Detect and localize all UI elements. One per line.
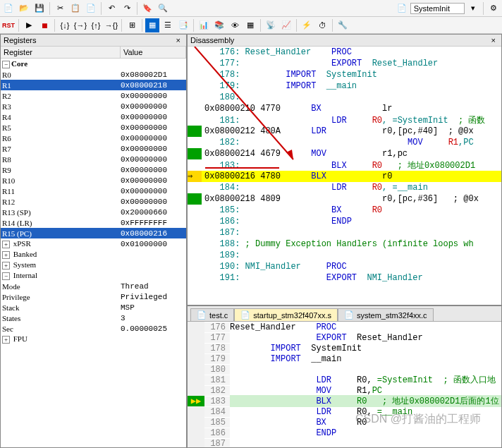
disasm-line[interactable]: 179: IMPORT __main <box>188 80 501 92</box>
register-row[interactable]: R14 (LR)0xFFFFFFFF <box>1 217 186 228</box>
disasm-icon[interactable]: ☰ <box>161 18 175 32</box>
register-row[interactable]: Sec0.00000025 <box>1 323 186 334</box>
cut-icon[interactable]: ✂ <box>53 1 67 16</box>
disasm-line[interactable]: 0x08000212 480A LDR r0,[pc,#40] ; @0x <box>188 126 501 137</box>
step-out-icon[interactable]: {↑} <box>89 18 103 32</box>
paste-icon[interactable]: 📄 <box>84 1 98 16</box>
register-row[interactable]: R70x00000000 <box>1 143 186 154</box>
tab-system[interactable]: 📄system_stm32f4xx.c <box>338 308 434 321</box>
source-line[interactable]: 182 MOV R1,PC <box>188 385 501 396</box>
register-row[interactable]: R90x00000000 <box>1 164 186 175</box>
source-body[interactable]: 176Reset_Handler PROC177 EXPORT Reset_Ha… <box>188 322 501 447</box>
internal-node[interactable]: − Internal <box>1 270 186 281</box>
expander-icon[interactable]: + <box>2 241 10 248</box>
find-icon[interactable]: 🔍 <box>156 1 170 16</box>
config-icon[interactable]: ⚙ <box>486 1 501 16</box>
source-line[interactable]: 178 IMPORT SystemInit <box>188 343 501 353</box>
register-row[interactable]: R110x00000000 <box>1 186 186 196</box>
sys-icon[interactable]: ⚡ <box>300 18 314 32</box>
disasm-line[interactable]: 188: ; Dummy Exception Handlers (infinit… <box>188 238 501 250</box>
tools-icon[interactable]: 🔧 <box>336 18 350 32</box>
disasm-line[interactable]: 183: BLX R0 ; 地址0x080002D1 <box>188 159 501 171</box>
memory-icon[interactable]: ▦ <box>243 18 257 32</box>
register-row[interactable]: R120x00000000 <box>1 196 186 207</box>
register-row[interactable]: R80x00000000 <box>1 154 186 164</box>
source-line[interactable]: 186 ENDP <box>188 428 501 438</box>
open-icon[interactable]: 📂 <box>17 1 31 16</box>
analyzer-icon[interactable]: 📈 <box>279 18 293 32</box>
col-register[interactable]: Register <box>1 47 121 58</box>
stop-icon[interactable]: ⏹ <box>37 18 51 32</box>
register-row[interactable]: R60x00000000 <box>1 133 186 143</box>
disasm-line[interactable]: 184: LDR R0, =__main <box>188 182 501 193</box>
redo-icon[interactable]: ↷ <box>120 1 134 16</box>
register-row[interactable]: R100x00000000 <box>1 175 186 186</box>
save-icon[interactable]: 💾 <box>32 1 47 16</box>
expander-icon[interactable]: − <box>2 272 10 280</box>
registers-tree[interactable]: −CoreR00x080002D1R10x08000218R20x0000000… <box>1 59 186 447</box>
callstack-icon[interactable]: 📚 <box>212 18 226 32</box>
source-line[interactable]: 187 <box>188 438 501 447</box>
run-to-icon[interactable]: →{} <box>104 18 118 32</box>
disasm-line[interactable]: 178: IMPORT SystemInit <box>188 69 501 80</box>
undo-icon[interactable]: ↶ <box>104 1 118 16</box>
combo-systeminit[interactable]: SystemInit <box>410 3 465 14</box>
source-line[interactable]: ▶▶183 BLX R0 ; 地址0x080002D1后面的1位 <box>188 396 501 406</box>
expander-icon[interactable]: − <box>2 61 10 68</box>
banked-node[interactable]: + Banked <box>1 249 186 260</box>
disasm-line[interactable]: 189: <box>188 250 501 261</box>
core-node[interactable]: Core <box>11 59 27 68</box>
register-row[interactable]: ModeThread <box>1 281 186 291</box>
doc-icon[interactable]: 📄 <box>395 1 409 16</box>
source-line[interactable]: 180 <box>188 364 501 375</box>
register-row[interactable]: R15 (PC)0x08000216 <box>1 228 186 238</box>
new-icon[interactable]: 📄 <box>1 1 16 16</box>
register-row[interactable]: StackMSP <box>1 302 186 313</box>
bookmark-icon[interactable]: 🔖 <box>140 1 154 16</box>
disasm-line[interactable]: 0x08000218 4809 r0,[pc,#36] ; @0x <box>188 193 501 205</box>
register-row[interactable]: States3 <box>1 313 186 323</box>
register-row[interactable]: R10x08000218 <box>1 80 186 90</box>
source-line[interactable]: 185 BX R0 <box>188 417 501 428</box>
source-line[interactable]: 177 EXPORT Reset_Handler <box>188 332 501 343</box>
disasm-line[interactable]: 0x08000210 4770 BX lr <box>188 103 501 114</box>
trace-icon[interactable]: ⏱ <box>315 18 329 32</box>
disasm-line[interactable]: 187: <box>188 227 501 238</box>
disasm-line[interactable]: 182: MOV R1,PC <box>188 137 501 148</box>
source-line[interactable]: 181 LDR R0, =SystemInit ; 函数入口地 <box>188 375 501 385</box>
register-row[interactable]: R50x00000000 <box>1 122 186 133</box>
register-row[interactable]: R13 (SP)0x20000660 <box>1 207 186 217</box>
register-row[interactable]: + xPSR0x01000000 <box>1 238 186 249</box>
copy-icon[interactable]: 📋 <box>68 1 82 16</box>
fpu-node[interactable]: + FPU <box>1 334 186 344</box>
close-icon[interactable]: × <box>489 36 498 44</box>
disassembly-body[interactable]: 176: Reset_Handler PROC 177: EXPORT Rese… <box>188 47 501 305</box>
register-row[interactable]: PrivilegePrivileged <box>1 291 186 302</box>
window-icon[interactable]: ⊞ <box>125 18 139 32</box>
step-over-icon[interactable]: {→} <box>73 18 87 32</box>
dropdown-icon[interactable]: ▾ <box>466 1 480 16</box>
disasm-line[interactable]: ⇒0x08000216 4780 BLX r0 <box>188 171 501 182</box>
watch-icon[interactable]: 👁 <box>228 18 242 32</box>
step-in-icon[interactable]: {↓} <box>58 18 72 32</box>
expander-icon[interactable]: + <box>2 251 10 259</box>
tab-test-c[interactable]: 📄test.c <box>190 308 234 321</box>
disasm-line[interactable]: 176: Reset_Handler PROC <box>188 47 501 58</box>
disasm-line[interactable]: 0x08000214 4679 MOV r1,pc <box>188 148 501 159</box>
register-row[interactable]: R20x00000000 <box>1 90 186 101</box>
expander-icon[interactable]: + <box>2 262 10 270</box>
disasm-line[interactable]: 190: NMI_Handler PROC <box>188 261 501 272</box>
run-icon[interactable]: ▶ <box>22 18 36 32</box>
expander-icon[interactable]: + <box>2 336 10 344</box>
registers-icon[interactable]: 📊 <box>197 18 211 32</box>
register-row[interactable]: R30x00000000 <box>1 101 186 111</box>
disasm-line[interactable]: 181: LDR R0, =SystemInit ; 函数 <box>188 114 501 126</box>
register-row[interactable]: R40x00000000 <box>1 111 186 122</box>
source-line[interactable]: 176Reset_Handler PROC <box>188 322 501 332</box>
system-node[interactable]: + System <box>1 260 186 270</box>
close-icon[interactable]: × <box>173 36 183 44</box>
disasm-line[interactable]: 185: BX R0 <box>188 205 501 216</box>
source-line[interactable]: 184 LDR R0, =__main <box>188 406 501 417</box>
disasm-line[interactable]: 186: ENDP <box>188 216 501 227</box>
disasm-line[interactable]: 191: EXPORT NMI_Handler <box>188 272 501 284</box>
